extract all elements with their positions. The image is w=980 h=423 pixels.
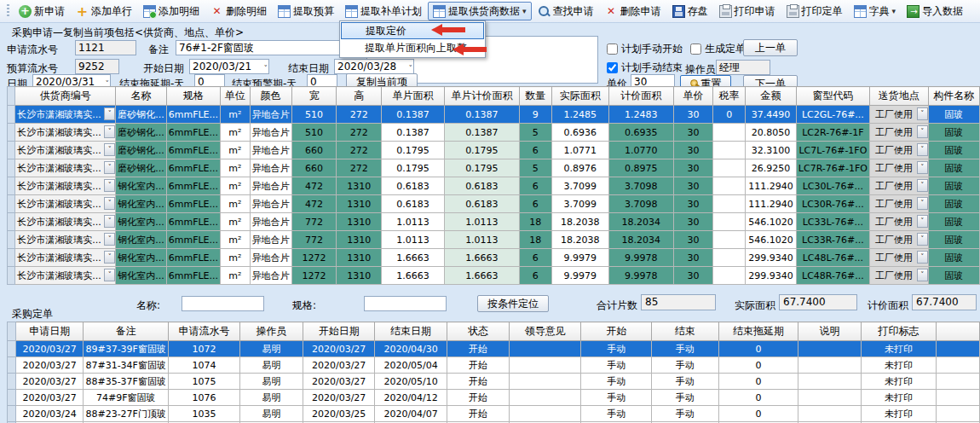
table-cell[interactable]: 0.6183 (445, 177, 520, 195)
table-cell[interactable]: 20.8050 (746, 124, 797, 142)
table-cell[interactable]: m² (221, 159, 250, 177)
table-cell[interactable]: 1.6663 (382, 249, 445, 267)
table-cell[interactable]: 2020/03/24 (15, 406, 84, 422)
table-cell[interactable]: 1.0113 (382, 231, 445, 249)
table-cell[interactable]: 手动 (652, 374, 718, 390)
table-cell[interactable]: 9.9978 (608, 249, 673, 267)
chevron-down-icon[interactable]: ˅ (104, 125, 115, 138)
table-cell[interactable]: 异地合片 (250, 177, 291, 195)
table-cell[interactable]: 272 (337, 124, 382, 142)
table-cell[interactable]: 74#9F窗固玻 (84, 390, 169, 406)
table-row[interactable]: 长沙市潇湘玻璃实...˅磨砂钢化...6mmFLE...m²异地合片660272… (8, 159, 980, 177)
row-selector[interactable] (8, 357, 16, 374)
table-cell[interactable]: 未打印 (861, 357, 937, 374)
row-selector[interactable] (8, 406, 16, 422)
row-selector[interactable] (8, 374, 16, 390)
table-cell[interactable]: m² (221, 177, 250, 195)
table-cell[interactable]: 手动 (652, 357, 718, 374)
toolbar-button[interactable]: 查找申请 (533, 2, 599, 20)
chevron-down-icon[interactable]: ˅ (104, 197, 115, 210)
column-header[interactable]: 构件名称 (928, 87, 979, 106)
table-cell[interactable]: 30 (673, 213, 713, 231)
table-cell[interactable]: 0.6183 (445, 195, 520, 213)
table-cell[interactable]: 0 (713, 106, 746, 124)
manual-start-checkbox[interactable] (607, 43, 618, 55)
column-header[interactable]: 送货地点 (869, 87, 928, 106)
table-cell[interactable]: 18.2038 (551, 213, 608, 231)
table-cell[interactable]: 开始 (447, 341, 509, 357)
table-cell[interactable]: 0.1387 (382, 106, 445, 124)
supplier-cell[interactable]: 长沙市潇湘玻璃实...˅ (15, 177, 116, 195)
table-cell[interactable]: 未打印 (861, 406, 937, 422)
table-cell[interactable]: 18.2034 (608, 213, 673, 231)
table-cell[interactable]: 固玻 (928, 213, 979, 231)
table-cell[interactable]: 272 (337, 159, 382, 177)
table-cell[interactable]: 易明 (240, 390, 303, 406)
table-cell[interactable]: 1272 (291, 249, 337, 267)
table-cell[interactable]: 30 (673, 106, 713, 124)
table-cell[interactable] (798, 390, 861, 406)
table-cell[interactable]: 0.6936 (551, 124, 608, 142)
table-cell[interactable]: 1.0113 (445, 213, 520, 231)
table-cell[interactable]: 1.6663 (382, 267, 445, 285)
table-cell[interactable]: 546.1020 (746, 231, 797, 249)
table-cell[interactable]: 510 (291, 124, 337, 142)
table-cell[interactable]: 1074 (168, 357, 239, 374)
table-cell[interactable]: 易明 (240, 406, 303, 422)
column-header[interactable]: 单价 (673, 87, 713, 106)
table-row[interactable]: 2020/03/2788#35-37F窗固玻1075易明2020/03/2720… (8, 374, 980, 390)
column-header[interactable]: 单片面积 (382, 87, 445, 106)
column-header[interactable]: 开始 (581, 322, 652, 341)
row-selector[interactable] (8, 267, 15, 285)
column-header[interactable]: 窗型代码 (796, 87, 869, 106)
table-cell[interactable]: LC7L-76#-1FO (796, 142, 869, 159)
table-cell[interactable]: 6mmFLE... (166, 249, 220, 267)
table-cell[interactable]: 1072 (168, 341, 239, 357)
table-row[interactable]: 2020/03/2787#31-34F窗固玻1074易明2020/03/2720… (8, 357, 980, 374)
table-cell[interactable]: 510 (291, 106, 337, 124)
end-date-combo[interactable]: 2020/03/28˅ (334, 59, 414, 74)
toolbar-button[interactable]: 字典▾ (849, 2, 902, 20)
table-cell[interactable]: 2020/04/07 (375, 406, 447, 422)
table-cell[interactable]: 88#35-37F窗固玻 (84, 374, 169, 390)
column-header[interactable]: 申请流水号 (168, 322, 239, 341)
table-cell[interactable]: 87#31-34F窗固玻 (84, 357, 169, 374)
table-cell[interactable]: 手动 (581, 406, 652, 422)
table-cell[interactable]: 固玻 (928, 124, 979, 142)
table-cell[interactable]: 472 (291, 177, 337, 195)
table-cell[interactable]: 772 (291, 231, 337, 249)
chevron-down-icon[interactable]: ˅ (104, 179, 115, 192)
toolbar-button[interactable]: 打印申请 (714, 2, 781, 20)
column-header[interactable]: 操作员 (240, 322, 303, 341)
table-cell[interactable]: 开始 (447, 357, 509, 374)
supplier-cell[interactable]: 长沙市潇湘玻璃实...˅ (15, 231, 116, 249)
supplier-cell[interactable]: 长沙市潇湘玻璃实...˅ (15, 142, 116, 159)
table-cell[interactable] (713, 195, 746, 213)
table-cell[interactable]: 手动 (652, 390, 718, 406)
table-cell[interactable]: 1310 (337, 249, 382, 267)
table-row[interactable]: 2020/03/2774#9F窗固玻1076易明2020/03/272020/0… (8, 390, 980, 406)
table-cell[interactable]: 磨砂钢化... (116, 159, 167, 177)
table-cell[interactable]: 111.2940 (746, 195, 797, 213)
chevron-down-icon[interactable]: ▾ (892, 7, 896, 15)
delivery-cell[interactable]: 工厂使用˅ (869, 249, 928, 267)
table-cell[interactable]: 9.9978 (608, 267, 673, 285)
table-cell[interactable]: 易明 (240, 341, 303, 357)
table-cell[interactable]: 37.4490 (746, 106, 797, 124)
table-cell[interactable]: 固玻 (928, 267, 979, 285)
toolbar-grip[interactable] (7, 4, 9, 18)
table-cell[interactable]: 0.8975 (608, 159, 673, 177)
table-cell[interactable]: 易明 (240, 374, 303, 390)
row-selector[interactable] (8, 249, 15, 267)
row-selector[interactable] (8, 124, 15, 142)
table-row[interactable]: 2020/03/2488#23-27F门顶玻1035易明2020/03/2520… (8, 406, 980, 422)
table-cell[interactable]: 9 (519, 106, 551, 124)
table-row[interactable]: 长沙市潇湘玻璃实...˅磨砂钢化...6mmFLE...m²异地合片660272… (8, 142, 980, 159)
table-cell[interactable]: 手动 (652, 406, 718, 422)
chevron-down-icon[interactable]: ˅ (917, 233, 928, 246)
column-header[interactable]: 计价面积 (608, 87, 673, 106)
table-cell[interactable]: 88#23-27F门顶玻 (84, 406, 169, 422)
table-cell[interactable]: 1310 (337, 231, 382, 249)
table-cell[interactable]: 钢化室内... (116, 267, 167, 285)
table-cell[interactable]: 6mmFLE... (166, 177, 220, 195)
